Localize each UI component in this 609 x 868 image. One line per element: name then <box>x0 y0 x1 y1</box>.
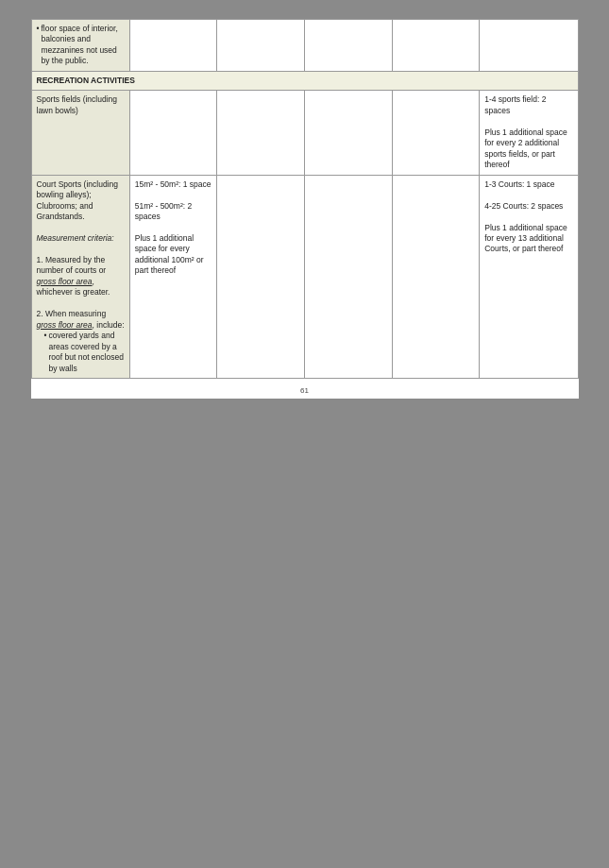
sports-fields-row: Sports fields (including lawn bowls) 1-4… <box>31 91 578 175</box>
cell-empty-4 <box>392 20 480 72</box>
court-sports-col3 <box>217 175 305 378</box>
recreation-header-cell: RECREATION ACTIVITIES <box>31 71 578 90</box>
measurement-1: 1. Measured by the number of courts or g… <box>37 255 125 298</box>
court-sports-floor-area: 15m² - 50m²: 1 space 51m² - 500m²: 2 spa… <box>129 175 217 378</box>
sports-fields-req-line1: 1-4 sports field: 2 spaces <box>484 94 572 116</box>
sports-fields-col3 <box>217 91 305 175</box>
recreation-header-label: RECREATION ACTIVITIES <box>37 76 135 85</box>
cell-empty-3 <box>304 20 392 72</box>
sports-fields-col2 <box>129 91 217 175</box>
page-number: 61 <box>31 379 579 399</box>
sports-fields-requirement: 1-4 sports field: 2 spaces Plus 1 additi… <box>480 91 578 175</box>
cell-floor-space-desc: floor space of interior, balconies and m… <box>31 20 129 72</box>
court-size-2: 51m² - 500m²: 2 spaces <box>135 201 212 223</box>
sports-fields-col4 <box>304 91 392 175</box>
courts-req-2: 4-25 Courts: 2 spaces <box>484 201 572 212</box>
floor-space-text: floor space of interior, balconies and m… <box>37 24 125 67</box>
main-table: floor space of interior, balconies and m… <box>31 19 579 379</box>
page: floor space of interior, balconies and m… <box>31 19 579 399</box>
measurement-criteria-title: Measurement criteria: <box>37 233 125 244</box>
court-size-1: 15m² - 50m²: 1 space <box>135 179 212 190</box>
sports-fields-col5 <box>392 91 480 175</box>
cell-empty-2 <box>217 20 305 72</box>
courts-req-1: 1-3 Courts: 1 space <box>484 179 572 190</box>
court-sports-title: Court Sports (including bowling alleys);… <box>37 179 125 223</box>
recreation-header-row: RECREATION ACTIVITIES <box>31 71 578 90</box>
court-sports-desc: Court Sports (including bowling alleys);… <box>31 175 129 378</box>
cell-empty-1 <box>129 20 217 72</box>
sports-fields-req-line2: Plus 1 additional space for every 2 addi… <box>484 128 572 171</box>
court-size-3: Plus 1 additional space for every additi… <box>135 233 212 277</box>
court-sports-requirement: 1-3 Courts: 1 space 4-25 Courts: 2 space… <box>480 175 578 378</box>
measurement-2: 2. When measuring gross floor area, incl… <box>37 309 125 331</box>
court-sports-col5 <box>392 175 480 378</box>
court-sports-row: Court Sports (including bowling alleys);… <box>31 175 578 378</box>
sports-fields-desc: Sports fields (including lawn bowls) <box>31 91 129 175</box>
courts-req-3: Plus 1 additional space for every 13 add… <box>484 223 572 255</box>
court-sports-col4 <box>304 175 392 378</box>
measurement-2-bullet: covered yards and areas covered by a roo… <box>37 331 125 374</box>
cell-empty-5 <box>480 20 578 72</box>
table-row: floor space of interior, balconies and m… <box>31 20 578 72</box>
